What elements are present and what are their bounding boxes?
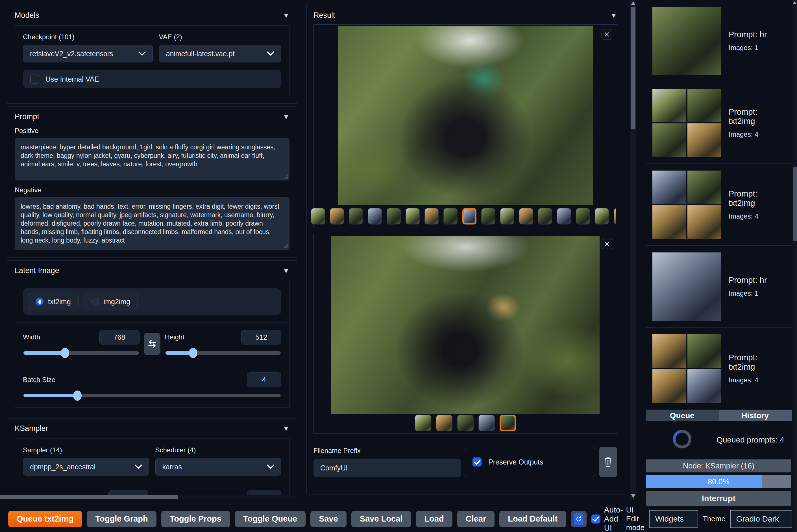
load-default-button[interactable]: Load Default — [499, 511, 566, 527]
history-item[interactable]: Prompt: txt2img Images: 4 — [646, 327, 792, 410]
history-thumbnail[interactable] — [652, 171, 721, 239]
gallery-thumbnail[interactable] — [387, 208, 401, 225]
toggle-props-button[interactable]: Toggle Props — [161, 511, 230, 527]
scrollbar-thumb[interactable] — [793, 167, 797, 241]
swap-dimensions-button[interactable] — [144, 332, 160, 355]
preserve-outputs-row[interactable]: Preserve Outputs — [465, 447, 595, 477]
load-button[interactable]: Load — [416, 511, 452, 527]
toggle-graph-button[interactable]: Toggle Graph — [87, 511, 156, 527]
history-item[interactable]: Prompt: txt2img Images: 4 — [646, 164, 792, 246]
gallery-thumbnail[interactable] — [368, 208, 382, 225]
gallery-thumbnail[interactable] — [478, 415, 495, 431]
gallery-thumbnail[interactable] — [595, 208, 609, 225]
negative-label: Negative — [15, 186, 289, 194]
width-slider-handle[interactable] — [61, 348, 69, 358]
history-item[interactable]: Prompt: txt2img Images: 4 — [646, 82, 792, 164]
filename-prefix-input[interactable]: ComfyUI — [314, 459, 461, 477]
scrollbar-thumb[interactable] — [0, 495, 178, 499]
refresh-button[interactable] — [571, 511, 587, 527]
theme-dropdown[interactable]: Gradio Dark — [730, 510, 792, 528]
positive-prompt-textarea[interactable]: masterpiece, hyper detailed background, … — [15, 138, 289, 180]
gallery-thumbnail[interactable] — [538, 208, 552, 225]
txt2img-radio[interactable] — [36, 298, 43, 306]
history-thumbnail[interactable] — [652, 334, 721, 403]
use-internal-vae-row[interactable]: Use Internal VAE — [23, 70, 281, 89]
left-panel-horizontal-scrollbar[interactable] — [0, 495, 297, 499]
gallery-thumbnail[interactable] — [436, 415, 452, 431]
steps-input[interactable]: 20 — [247, 491, 281, 495]
preserve-outputs-label: Preserve Outputs — [488, 458, 544, 466]
negative-prompt-textarea[interactable]: lowres, bad anatomy, bad hands, text, er… — [15, 197, 289, 250]
preserve-outputs-checkbox[interactable] — [473, 457, 481, 467]
clear-outputs-button[interactable] — [599, 447, 617, 477]
gallery-thumbnail[interactable] — [311, 208, 325, 225]
gallery-thumbnail[interactable] — [519, 208, 533, 225]
collapse-icon[interactable]: ▼ — [283, 12, 289, 19]
scheduler-dropdown[interactable]: karras — [155, 458, 282, 476]
img2img-radio[interactable] — [91, 298, 99, 306]
gallery-thumbnail[interactable] — [481, 208, 495, 225]
result-image-1[interactable] — [338, 26, 593, 205]
scroll-up-icon[interactable] — [793, 1, 797, 4]
height-slider[interactable] — [166, 351, 281, 355]
gallery-thumbnail[interactable] — [557, 208, 571, 225]
widgets-dropdown[interactable]: Widgets — [649, 510, 698, 528]
gallery-thumbnail[interactable] — [330, 208, 344, 225]
history-thumbnail[interactable] — [652, 7, 721, 75]
auto-add-ui-checkbox[interactable] — [591, 514, 601, 524]
toggle-queue-button[interactable]: Toggle Queue — [235, 511, 306, 527]
batch-size-slider[interactable] — [23, 394, 281, 397]
history-item[interactable]: Prompt: hr Images: 1 — [646, 0, 792, 82]
history-prompt: Prompt: txt2img — [729, 189, 785, 208]
cfg-scale-input[interactable]: 7 — [108, 491, 148, 495]
checkpoint-dropdown[interactable]: refslaveV2_v2.safetensors — [23, 45, 153, 62]
gallery-thumbnail[interactable] — [349, 208, 363, 225]
collapse-icon[interactable]: ▼ — [283, 113, 289, 121]
gallery-thumbnail[interactable] — [415, 415, 431, 431]
gallery-thumbnail[interactable] — [614, 208, 616, 225]
batch-slider-handle[interactable] — [73, 391, 82, 401]
clear-button[interactable]: Clear — [457, 511, 495, 527]
center-vertical-scrollbar[interactable] — [630, 0, 636, 499]
gallery-thumbnail[interactable] — [424, 208, 439, 225]
gallery-thumbnail[interactable] — [405, 208, 420, 225]
tab-queue[interactable]: Queue — [646, 410, 719, 421]
collapse-icon[interactable]: ▼ — [610, 12, 617, 19]
close-icon[interactable] — [602, 239, 612, 249]
scrollbar-thumb[interactable] — [631, 7, 635, 129]
gallery-thumbnail[interactable] — [457, 415, 474, 431]
sidebar-vertical-scrollbar[interactable] — [793, 0, 797, 532]
result-image-2[interactable] — [331, 236, 600, 414]
interrupt-button[interactable]: Interrupt — [646, 491, 791, 506]
history-item[interactable]: Prompt: hr Images: 1 — [646, 246, 792, 327]
vae-dropdown[interactable]: animefull-latest.vae.pt — [159, 45, 282, 62]
gallery-thumbnail[interactable] — [462, 208, 476, 225]
history-thumbnail[interactable] — [652, 252, 721, 321]
ksampler-section-title: KSampler — [15, 424, 48, 433]
width-input[interactable]: 768 — [99, 330, 139, 344]
gallery-thumbnail[interactable] — [443, 208, 457, 225]
collapse-icon[interactable]: ▼ — [283, 425, 289, 433]
gallery-thumbnail[interactable] — [500, 208, 514, 225]
save-button[interactable]: Save — [310, 511, 346, 527]
height-slider-handle[interactable] — [189, 348, 197, 358]
width-slider[interactable] — [23, 351, 139, 355]
save-local-button[interactable]: Save Local — [351, 511, 411, 527]
gallery-thumbnail[interactable] — [576, 208, 590, 225]
scroll-down-icon[interactable] — [631, 494, 635, 498]
theme-label: Theme — [703, 514, 725, 523]
batch-size-input[interactable]: 4 — [247, 373, 281, 387]
height-input[interactable]: 512 — [241, 330, 281, 344]
sampler-value: dpmpp_2s_ancestral — [30, 463, 95, 471]
use-internal-vae-checkbox[interactable] — [30, 75, 39, 83]
close-icon[interactable] — [602, 29, 612, 40]
tab-history[interactable]: History — [719, 410, 792, 421]
queue-txt2img-button[interactable]: Queue txt2img — [8, 511, 82, 527]
collapse-icon[interactable]: ▼ — [283, 267, 289, 275]
gallery-thumbnail[interactable] — [499, 415, 516, 431]
history-thumbnail[interactable] — [652, 89, 721, 157]
sampler-dropdown[interactable]: dpmpp_2s_ancestral — [23, 458, 149, 476]
mode-img2img[interactable]: img2img — [83, 293, 138, 310]
mode-txt2img[interactable]: txt2img — [28, 293, 78, 310]
scroll-up-icon[interactable] — [631, 1, 635, 5]
